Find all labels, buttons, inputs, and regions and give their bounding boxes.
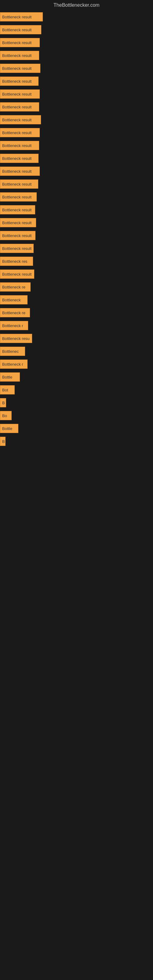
bar-row: Bottleneck result [0,152,153,165]
bar-row: Bottleneck result [0,216,153,229]
bar-row [0,474,153,486]
bar-row [0,512,153,525]
bar-row: Bottleneck result [0,23,153,36]
bar-row: Bottleneck result [0,191,153,204]
bottleneck-bar: Bottleneck result [0,76,38,86]
bottleneck-bar: Bottleneck resu [0,334,32,343]
bar-row: Bottleneck result [0,75,153,88]
bottleneck-bar: Bottleneck result [0,64,40,73]
bottleneck-bar: Bottleneck result [0,192,37,202]
bar-row: Bottleneck result [0,204,153,216]
bottleneck-bar: Bottleneck result [0,25,41,34]
bar-row: Bottleneck result [0,49,153,62]
bottleneck-bar: Bottleneck result [0,115,41,124]
bottleneck-bar: Bottleneck result [0,205,35,215]
bottleneck-bar: Bottle [0,372,20,382]
bar-row: Bottleneck r [0,358,153,371]
bottleneck-bar: Bottleneck r [0,360,27,369]
bar-row: Bottleneck [0,293,153,306]
bar-row: Bottleneck result [0,100,153,113]
bar-row: Bottleneck result [0,113,153,126]
bottleneck-bar: Bottle [0,424,18,433]
bar-row [0,499,153,512]
bar-row: B [0,396,153,409]
bottleneck-bar: Bottleneck re [0,308,30,317]
bar-row: Bo [0,409,153,422]
bottleneck-bar: B [0,437,5,446]
bottleneck-bar: Bottlenec [0,347,25,356]
bar-row: Bottleneck result [0,126,153,139]
bottleneck-bar: Bottleneck result [0,180,38,189]
bar-row: Bottleneck r [0,319,153,332]
bottleneck-bar: B [0,398,6,407]
bar-row [0,448,153,461]
bar-row: Bottleneck result [0,165,153,178]
bar-row: Bottleneck result [0,62,153,75]
bottleneck-bar: Bot [0,385,15,395]
bar-row: Bottleneck re [0,280,153,293]
bar-row: Bottleneck resu [0,332,153,345]
bottleneck-bar: Bottleneck result [0,244,33,253]
bottleneck-bar: Bottleneck result [0,167,40,176]
bar-row [0,461,153,474]
bar-row: Bottleneck result [0,268,153,280]
bottleneck-bar: Bottleneck result [0,102,39,111]
bottleneck-bar: Bottleneck res [0,257,33,266]
bottleneck-bar: Bottleneck r [0,321,28,330]
bottleneck-bar: Bottleneck result [0,141,39,150]
bottleneck-bar: Bottleneck [0,295,27,304]
bottleneck-bar: Bottleneck result [0,154,38,163]
bars-container: Bottleneck resultBottleneck resultBottle… [0,10,153,550]
bottleneck-bar: Bottleneck result [0,38,40,47]
bar-row [0,486,153,499]
bar-row: Bot [0,383,153,396]
bottleneck-bar: Bottleneck result [0,51,39,60]
bar-row [0,525,153,538]
bar-row: Bottle [0,422,153,435]
bar-row: Bottleneck result [0,139,153,152]
bottleneck-bar: Bottleneck result [0,89,40,99]
bar-row: Bottleneck result [0,10,153,23]
bar-row: Bottleneck result [0,36,153,49]
bottleneck-bar: Bottleneck result [0,12,43,21]
bottleneck-bar: Bo [0,411,12,420]
bar-row: B [0,435,153,448]
bottleneck-bar: Bottleneck re [0,282,30,291]
bottleneck-bar: Bottleneck result [0,231,35,240]
bar-row: Bottle [0,371,153,383]
site-title: TheBottlenecker.com [0,0,153,10]
bottleneck-bar: Bottleneck result [0,218,36,227]
bar-row: Bottleneck result [0,229,153,242]
bar-row: Bottleneck result [0,178,153,191]
bottleneck-bar: Bottleneck result [0,269,34,279]
bar-row: Bottleneck result [0,88,153,100]
bar-row: Bottleneck result [0,242,153,255]
bar-row: Bottlenec [0,345,153,358]
bar-row: Bottleneck res [0,255,153,268]
bottleneck-bar: Bottleneck result [0,128,40,137]
bar-row: Bottleneck re [0,306,153,319]
bar-row [0,538,153,550]
